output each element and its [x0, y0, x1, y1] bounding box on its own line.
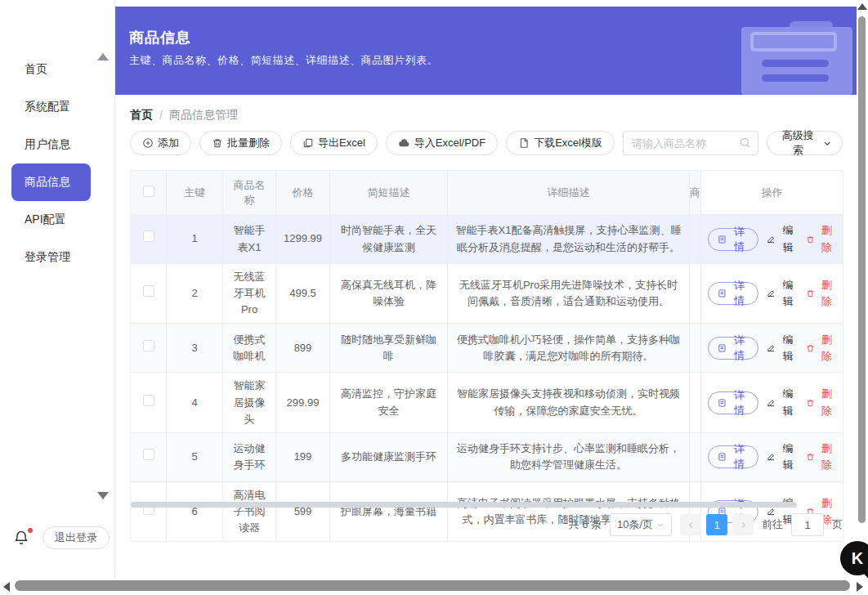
- main-content: 首页 / 商品信息管理 添加 批量删除 导出Excel 导入Excel/PDF …: [115, 95, 857, 569]
- import-excel-button[interactable]: 导入Excel/PDF: [386, 131, 498, 155]
- cell-short-desc: 时尚智能手表，全天候健康监测: [330, 215, 448, 264]
- chat-widget-button[interactable]: K: [840, 541, 868, 575]
- copy-document-icon: [302, 137, 314, 149]
- delete-button[interactable]: 删除: [806, 332, 836, 365]
- delete-button[interactable]: 删除: [806, 277, 836, 310]
- cell-price: 599: [276, 481, 330, 541]
- vertical-scrollbar[interactable]: [857, 0, 868, 580]
- cloud-upload-icon: [398, 137, 410, 150]
- trash-icon: [806, 452, 815, 462]
- add-label: 添加: [158, 136, 179, 150]
- delete-button[interactable]: 删除: [806, 222, 836, 255]
- detail-button[interactable]: 详情: [708, 282, 758, 305]
- edit-icon: [767, 235, 776, 244]
- document-icon: [718, 398, 727, 408]
- detail-button[interactable]: 详情: [708, 228, 758, 251]
- logout-button[interactable]: 退出登录: [43, 526, 110, 549]
- advanced-search-button[interactable]: 高级搜索: [767, 131, 843, 155]
- cell-id: 4: [167, 373, 223, 432]
- edit-button[interactable]: 编辑: [767, 441, 797, 473]
- sidebar-scroll-down-icon[interactable]: [97, 492, 109, 499]
- next-page-button[interactable]: [732, 514, 754, 535]
- row-checkbox[interactable]: [143, 230, 154, 242]
- column-header-name: 商品名称: [223, 171, 276, 215]
- advanced-search-label: 高级搜索: [778, 128, 818, 158]
- scroll-left-arrow-icon[interactable]: [3, 582, 10, 592]
- batch-delete-button[interactable]: 批量删除: [199, 131, 282, 155]
- cell-price: 299.99: [276, 373, 330, 432]
- detail-button[interactable]: 详情: [708, 337, 758, 360]
- column-header-price: 价格: [276, 171, 330, 215]
- pagination: 共 6 条 10条/页 1 前往 页: [569, 513, 843, 536]
- scroll-right-arrow-icon[interactable]: [857, 582, 863, 592]
- header-checkbox-cell: [131, 171, 167, 215]
- edit-button[interactable]: 编辑: [767, 222, 797, 255]
- download-template-label: 下载Excel模版: [534, 136, 602, 150]
- edit-label: 编辑: [778, 277, 798, 310]
- cell-price: 899: [276, 324, 330, 373]
- table-horizontal-scrollbar[interactable]: [131, 502, 797, 508]
- horizontal-scrollbar-thumb[interactable]: [15, 580, 850, 591]
- trash-icon: [806, 289, 815, 298]
- row-checkbox[interactable]: [143, 285, 154, 297]
- sidebar: 首页 系统配置 用户信息 商品信息 API配置 登录管理 退出登录: [0, 0, 115, 580]
- column-header-actions: 操作: [701, 171, 843, 215]
- sidebar-item-label: 登录管理: [25, 250, 70, 265]
- cell-short-desc: 护眼屏幕，海量书籍: [330, 481, 448, 541]
- edit-button[interactable]: 编辑: [767, 386, 797, 418]
- sidebar-item-user-info[interactable]: 用户信息: [0, 126, 114, 163]
- trash-icon: [212, 137, 223, 149]
- page-size-select[interactable]: 10条/页: [610, 513, 672, 536]
- row-checkbox[interactable]: [143, 395, 154, 406]
- add-button[interactable]: 添加: [130, 131, 191, 155]
- trash-icon: [806, 235, 815, 244]
- scroll-up-arrow-icon[interactable]: [857, 3, 867, 10]
- delete-button[interactable]: 删除: [806, 441, 836, 473]
- edit-icon: [767, 343, 776, 353]
- table-row: 5 运动健身手环 199 多功能健康监测手环 运动健身手环支持计步、心率监测和睡…: [131, 432, 843, 481]
- sidebar-item-label: 用户信息: [25, 137, 70, 152]
- cell-id: 5: [167, 432, 223, 481]
- table-header-row: 主键 商品名称 价格 简短描述 详细描述 商 操作: [131, 171, 843, 215]
- column-header-detail: 详细描述: [448, 171, 690, 215]
- edit-icon: [767, 289, 776, 298]
- goto-page-input[interactable]: [791, 513, 824, 536]
- detail-label: 详情: [730, 225, 749, 254]
- chevron-down-icon: [656, 521, 664, 529]
- row-checkbox[interactable]: [143, 449, 154, 460]
- delete-button[interactable]: 删除: [806, 386, 836, 418]
- prev-page-button[interactable]: [680, 514, 701, 535]
- search-icon[interactable]: [739, 136, 751, 149]
- plus-circle-icon: [142, 137, 154, 149]
- notification-bell-icon[interactable]: [13, 530, 31, 548]
- detail-button[interactable]: 详情: [708, 391, 758, 414]
- page-number-button[interactable]: 1: [706, 514, 727, 535]
- sidebar-item-home[interactable]: 首页: [0, 51, 114, 88]
- document-icon: [718, 452, 727, 462]
- vertical-scrollbar-thumb[interactable]: [858, 16, 866, 523]
- row-checkbox[interactable]: [143, 340, 154, 351]
- sidebar-item-api-config[interactable]: API配置: [0, 201, 114, 239]
- detail-button[interactable]: 详情: [708, 445, 758, 468]
- delete-label: 删除: [817, 222, 836, 255]
- cell-name: 无线蓝牙耳机Pro: [223, 264, 276, 324]
- cell-price: 199: [276, 432, 330, 481]
- table-row: 4 智能家居摄像头 299.99 高清监控，守护家庭安全 智能家居摄像头支持夜视…: [131, 373, 843, 432]
- edit-button[interactable]: 编辑: [767, 332, 797, 365]
- trash-icon: [806, 398, 815, 408]
- cell-detail: 智能手表X1配备高清触摸屏，支持心率监测、睡眠分析及消息提醒，是您运动和生活的好…: [448, 215, 690, 264]
- sidebar-item-login-management[interactable]: 登录管理: [0, 239, 114, 276]
- chevron-right-icon: [739, 521, 748, 530]
- export-excel-button[interactable]: 导出Excel: [290, 131, 378, 155]
- edit-button[interactable]: 编辑: [767, 277, 797, 310]
- page-title: 商品信息: [129, 28, 191, 47]
- cell-detail: 便携式咖啡机小巧轻便，操作简单，支持多种咖啡胶囊，满足您对咖啡的所有期待。: [448, 324, 690, 373]
- cell-name: 便携式咖啡机: [223, 324, 276, 373]
- sidebar-item-product-info[interactable]: 商品信息: [11, 163, 91, 201]
- select-all-checkbox[interactable]: [143, 186, 154, 197]
- table-row: 2 无线蓝牙耳机Pro 499.5 高保真无线耳机，降噪体验 无线蓝牙耳机Pro…: [131, 264, 843, 324]
- download-template-button[interactable]: 下载Excel模版: [506, 131, 615, 155]
- sidebar-item-system-config[interactable]: 系统配置: [0, 88, 114, 126]
- horizontal-scrollbar[interactable]: [0, 579, 868, 595]
- breadcrumb-home[interactable]: 首页: [130, 108, 153, 123]
